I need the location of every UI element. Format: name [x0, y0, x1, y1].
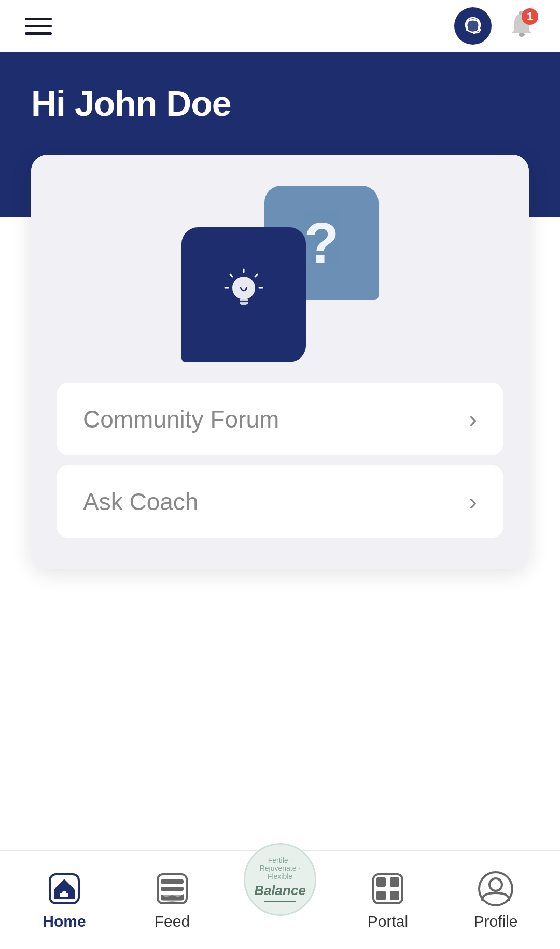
svg-rect-20: [376, 877, 386, 887]
svg-line-11: [230, 274, 232, 277]
profile-icon: [477, 870, 514, 907]
nav-item-portal[interactable]: Portal: [334, 865, 442, 936]
balance-logo-main: Balance: [250, 883, 310, 899]
question-mark: ?: [304, 214, 339, 271]
svg-rect-22: [376, 891, 386, 900]
svg-rect-18: [161, 887, 184, 891]
home-icon: [46, 870, 83, 907]
chevron-right-icon: ›: [469, 405, 477, 433]
bubble-left: [181, 227, 306, 362]
main-card-container: ? Community Forum › Ask Coach ›: [31, 155, 529, 569]
svg-point-24: [479, 872, 512, 905]
svg-point-15: [62, 891, 66, 895]
menu-items-list: Community Forum › Ask Coach ›: [31, 383, 529, 538]
svg-line-9: [255, 274, 257, 277]
community-forum-item[interactable]: Community Forum ›: [57, 383, 503, 455]
community-forum-label: Community Forum: [83, 405, 279, 433]
bottom-navigation: Home Feed Fertile · Rejuvenate · Flexibl…: [0, 850, 560, 949]
nav-item-home[interactable]: Home: [10, 865, 118, 936]
svg-point-5: [519, 33, 525, 37]
lightbulb-icon: [215, 266, 272, 323]
portal-icon: [369, 870, 407, 907]
ask-coach-item[interactable]: Ask Coach ›: [57, 465, 503, 538]
chevron-right-icon-2: ›: [469, 487, 477, 516]
ask-coach-label: Ask Coach: [83, 488, 198, 516]
balance-underline: [264, 901, 296, 902]
app-header: 1: [0, 0, 560, 52]
nav-item-balance[interactable]: Fertile · Rejuvenate · Flexible Balance: [226, 838, 334, 921]
portal-nav-label: Portal: [368, 913, 408, 930]
chat-bubbles-illustration: ?: [181, 186, 379, 362]
svg-rect-23: [390, 891, 399, 900]
svg-point-25: [489, 878, 502, 891]
chat-button[interactable]: [454, 7, 492, 45]
main-card: ? Community Forum › Ask Coach ›: [31, 155, 529, 569]
menu-button[interactable]: [21, 13, 56, 39]
nav-item-feed[interactable]: Feed: [118, 865, 226, 936]
header-actions: 1: [454, 7, 539, 45]
home-nav-label: Home: [43, 913, 86, 930]
chat-icon: [461, 15, 484, 37]
svg-rect-17: [161, 879, 184, 884]
notification-badge: 1: [522, 8, 538, 25]
nav-item-profile[interactable]: Profile: [442, 865, 550, 936]
svg-point-6: [232, 277, 255, 299]
balance-logo-tagline: Fertile · Rejuvenate · Flexible: [250, 857, 310, 881]
illustration-area: ?: [31, 155, 529, 383]
svg-rect-1: [466, 26, 468, 31]
svg-rect-21: [390, 877, 399, 887]
content-spacer: [0, 569, 560, 828]
feed-nav-label: Feed: [155, 913, 190, 930]
greeting-text: Hi John Doe: [31, 83, 529, 123]
balance-logo: Fertile · Rejuvenate · Flexible Balance: [244, 843, 316, 916]
notification-button[interactable]: 1: [504, 7, 539, 45]
svg-point-3: [473, 32, 475, 34]
profile-nav-label: Profile: [473, 913, 517, 930]
feed-icon: [153, 870, 191, 907]
balance-logo-content: Fertile · Rejuvenate · Flexible Balance: [245, 851, 315, 907]
